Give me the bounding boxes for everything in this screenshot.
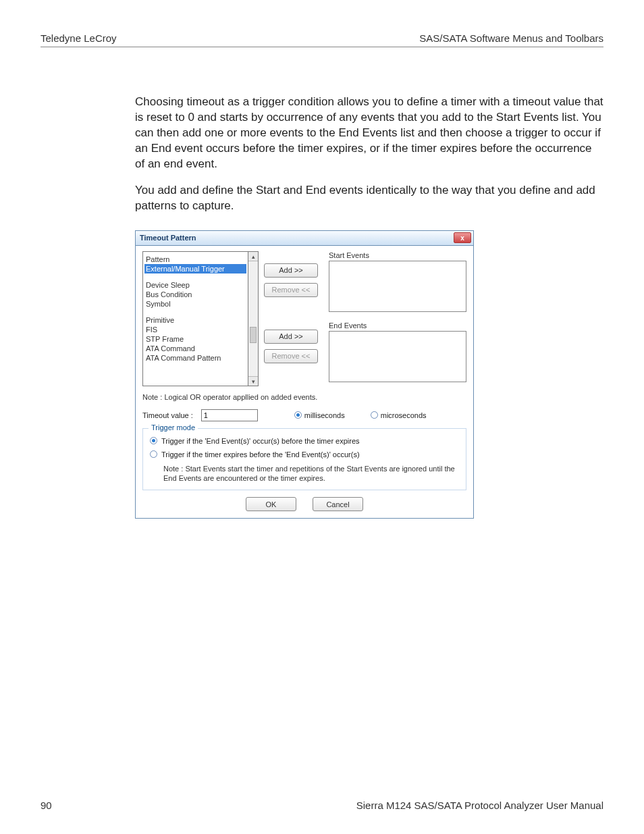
start-events-list[interactable]	[329, 261, 466, 312]
pattern-list[interactable]: PatternExternal/Manual TriggerDevice Sle…	[142, 251, 248, 386]
manual-title: Sierra M124 SAS/SATA Protocol Analyzer U…	[356, 800, 603, 811]
remove-start-button[interactable]: Remove <<	[264, 283, 318, 297]
radio-selected-icon	[150, 437, 157, 444]
event-panels: Start Events End Events	[329, 251, 466, 386]
timeout-value-input[interactable]	[201, 409, 258, 421]
scroll-up-icon[interactable]: ▴	[248, 252, 258, 261]
end-events-list[interactable]	[329, 331, 466, 382]
event-chooser-area: PatternExternal/Manual TriggerDevice Sle…	[142, 251, 466, 386]
unit-milliseconds-radio[interactable]: milliseconds	[294, 411, 345, 419]
scroll-down-icon[interactable]: ▾	[248, 376, 258, 386]
start-events-label: Start Events	[329, 251, 466, 259]
add-start-button[interactable]: Add >>	[264, 263, 318, 278]
paragraph-2: You add and define the Start and End eve…	[135, 183, 603, 214]
list-item[interactable]: Symbol	[144, 299, 246, 309]
trigger-mode-group: Trigger mode Trigger if the 'End Event(s…	[142, 428, 466, 491]
unit-milliseconds-label: milliseconds	[304, 411, 345, 419]
list-item[interactable]: Bus Condition	[144, 290, 246, 299]
page: Teledyne LeCroy SAS/SATA Software Menus …	[0, 0, 644, 834]
dialog-title: Timeout Pattern	[140, 234, 196, 242]
radio-unselected-icon	[371, 411, 378, 419]
dialog-container: Timeout Pattern x PatternExternal/Manual…	[135, 230, 603, 519]
list-item[interactable]: FIS	[144, 325, 246, 334]
cancel-button[interactable]: Cancel	[313, 497, 363, 511]
unit-microseconds-radio[interactable]: microseconds	[371, 411, 427, 419]
pattern-list-wrap: PatternExternal/Manual TriggerDevice Sle…	[142, 251, 259, 386]
timeout-pattern-dialog: Timeout Pattern x PatternExternal/Manual…	[135, 230, 474, 519]
end-events-label: End Events	[329, 321, 466, 330]
list-item[interactable]: Primitive	[144, 315, 246, 325]
trigger-mode-option-1-label: Trigger if the 'End Event(s)' occur(s) b…	[161, 437, 360, 445]
list-item[interactable]: Pattern	[144, 255, 246, 264]
pattern-list-scrollbar[interactable]: ▴ ▾	[248, 251, 259, 386]
dialog-buttons: OK Cancel	[142, 497, 466, 511]
close-button[interactable]: x	[454, 232, 471, 243]
note-logical-or: Note : Logical OR operator appllied on a…	[142, 393, 466, 401]
page-number: 90	[41, 800, 52, 811]
list-item[interactable]: ATA Command	[144, 344, 246, 353]
trigger-mode-option-1[interactable]: Trigger if the 'End Event(s)' occur(s) b…	[150, 437, 459, 445]
list-item[interactable]: ATA Command Pattern	[144, 353, 246, 363]
timeout-row: Timeout value : milliseconds microsecond…	[142, 409, 466, 421]
add-remove-buttons: Add >> Remove << Add >> Remove <<	[264, 251, 323, 386]
page-footer: 90 Sierra M124 SAS/SATA Protocol Analyze…	[41, 800, 603, 811]
list-item[interactable]: External/Manual Trigger	[144, 264, 246, 273]
remove-end-button[interactable]: Remove <<	[264, 349, 318, 363]
paragraph-1: Choosing timeout as a trigger condition …	[135, 95, 603, 172]
trigger-mode-option-2-label: Trigger if the timer expires before the …	[161, 450, 360, 459]
add-end-button[interactable]: Add >>	[264, 330, 318, 344]
ok-button[interactable]: OK	[246, 497, 296, 511]
timeout-label: Timeout value :	[142, 411, 193, 419]
unit-microseconds-label: microseconds	[381, 411, 427, 419]
trigger-mode-option-2[interactable]: Trigger if the timer expires before the …	[150, 450, 459, 459]
trigger-mode-legend: Trigger mode	[149, 423, 198, 432]
page-header: Teledyne LeCroy SAS/SATA Software Menus …	[41, 32, 603, 47]
scroll-thumb[interactable]	[250, 327, 257, 343]
list-item[interactable]: STP Frame	[144, 334, 246, 344]
trigger-mode-note: Note : Start Events start the timer and …	[163, 464, 459, 484]
header-left: Teledyne LeCroy	[41, 32, 117, 44]
list-item[interactable]: Device Sleep	[144, 280, 246, 290]
dialog-body: PatternExternal/Manual TriggerDevice Sle…	[136, 246, 473, 519]
dialog-titlebar: Timeout Pattern x	[136, 231, 473, 246]
close-icon: x	[460, 234, 464, 242]
body-text: Choosing timeout as a trigger condition …	[135, 95, 603, 214]
header-right: SAS/SATA Software Menus and Toolbars	[419, 32, 603, 44]
radio-selected-icon	[294, 411, 302, 419]
radio-unselected-icon	[150, 450, 157, 458]
